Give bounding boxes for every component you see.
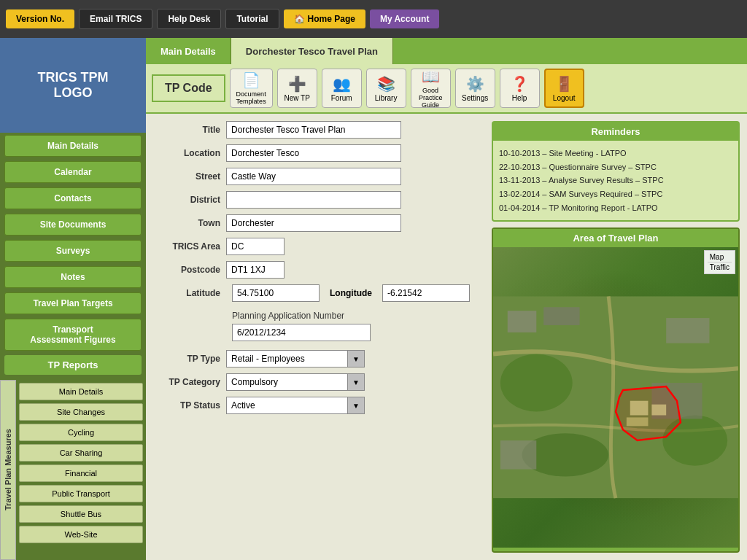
travel-plan-measures-label: Travel Plan Measures [0, 380, 16, 560]
tab-main-details[interactable]: Main Details [146, 38, 231, 64]
tp-category-label: TP Category [153, 377, 226, 387]
library-icon: 📚 [377, 75, 395, 93]
map-overlay [493, 247, 738, 548]
map-image: MapTraffic [493, 247, 738, 548]
toolbar: TP Code 📄 Document Templates ➕ New TP 👥 … [146, 64, 747, 114]
tp-type-wrapper: Retail - Employees ▼ [226, 350, 365, 368]
latitude-input[interactable] [232, 284, 320, 302]
helpdesk-button[interactable]: Help Desk [157, 9, 221, 29]
map-body: MapTraffic [493, 247, 738, 548]
help-button[interactable]: ❓ Help [500, 69, 540, 108]
location-label: Location [153, 148, 226, 158]
tp-category-select[interactable]: Compulsory [226, 373, 365, 391]
svg-rect-8 [500, 441, 536, 470]
measure-btn[interactable]: Public Transport [19, 485, 143, 502]
longitude-input[interactable] [382, 284, 470, 302]
document-icon: 📄 [242, 71, 260, 89]
myaccount-button[interactable]: My Account [370, 9, 440, 28]
top-bar: Version No. Email TRICS Help Desk Tutori… [0, 0, 747, 38]
tp-status-select[interactable]: Active [226, 397, 365, 414]
logout-button[interactable]: 🚪 Logout [544, 69, 584, 108]
sidebar-travel-plan-targets[interactable]: Travel Plan Targets [4, 292, 142, 314]
sidebar-calendar[interactable]: Calendar [4, 161, 142, 183]
town-input[interactable] [226, 214, 401, 232]
planning-label: Planning Application Number [232, 311, 484, 321]
content-area: Main Details Dorchester Tesco Travel Pla… [146, 38, 747, 560]
measure-btn[interactable]: Cycling [19, 424, 143, 441]
measure-btn[interactable]: Shuttle Bus [19, 505, 143, 523]
measure-btn[interactable]: Financial [19, 464, 143, 482]
forum-button[interactable]: 👥 Forum [322, 69, 362, 108]
new-tp-button[interactable]: ➕ New TP [277, 69, 317, 108]
town-label: Town [153, 218, 226, 228]
good-practice-guide-button[interactable]: 📖 Good Practice Guide [411, 69, 451, 108]
latitude-label: Latitude [153, 288, 226, 298]
tp-status-label: TP Status [153, 400, 226, 411]
tp-type-select[interactable]: Retail - Employees [226, 350, 365, 368]
measure-btn[interactable]: Site Changes [19, 403, 143, 421]
measure-btn[interactable]: Car Sharing [19, 444, 143, 462]
new-tp-icon: ➕ [288, 75, 306, 93]
planning-input[interactable] [232, 324, 371, 341]
left-form: Title Location Street District Town [153, 121, 484, 553]
latlong-row: Latitude Longitude [153, 284, 484, 302]
sidebar: TRICS TPMLOGO Main Details Calendar Cont… [0, 38, 146, 560]
sidebar-contacts[interactable]: Contacts [4, 187, 142, 209]
svg-rect-10 [630, 401, 649, 416]
postcode-input[interactable] [226, 261, 285, 279]
tp-type-label: TP Type [153, 354, 226, 364]
measure-btn[interactable]: Web-Site [19, 526, 143, 543]
sidebar-main-details[interactable]: Main Details [4, 135, 142, 157]
library-button[interactable]: 📚 Library [366, 69, 406, 108]
sidebar-notes[interactable]: Notes [4, 266, 142, 288]
street-input[interactable] [226, 168, 401, 185]
sidebar-tp-reports[interactable]: TP Reports [4, 355, 142, 375]
tp-code-label: TP Code [152, 74, 225, 102]
logout-icon: 🚪 [555, 75, 573, 93]
traffic-btn[interactable]: Traffic [708, 262, 732, 272]
svg-point-1 [500, 354, 573, 412]
logo: TRICS TPMLOGO [0, 38, 146, 133]
district-label: District [153, 195, 226, 205]
svg-rect-11 [651, 405, 666, 416]
tp-type-row: TP Type Retail - Employees ▼ [153, 350, 484, 368]
district-row: District [153, 191, 484, 209]
title-input[interactable] [226, 121, 401, 139]
right-panel: Reminders 10-10-2013 – Site Meeting - LA… [492, 121, 740, 553]
tp-status-wrapper: Active ▼ [226, 397, 365, 414]
reminder-item: 10-10-2013 – Site Meeting - LATPO [499, 147, 732, 160]
map-btn[interactable]: Map [708, 252, 732, 262]
homepage-button[interactable]: 🏠 Home Page [284, 9, 365, 28]
district-input[interactable] [226, 191, 401, 209]
settings-button[interactable]: ⚙️ Settings [455, 69, 495, 108]
home-icon: 🏠 [294, 14, 305, 24]
town-row: Town [153, 214, 484, 232]
sidebar-site-documents[interactable]: Site Documents [4, 214, 142, 236]
form-area: Title Location Street District Town [146, 114, 747, 560]
reminders-header: Reminders [493, 122, 738, 141]
tp-category-row: TP Category Compulsory ▼ [153, 373, 484, 391]
trics-area-row: TRICS Area [153, 238, 484, 255]
longitude-label: Longitude [325, 288, 376, 298]
location-input[interactable] [226, 144, 401, 162]
email-trics-button[interactable]: Email TRICS [79, 9, 152, 29]
tutorial-button[interactable]: Tutorial [225, 9, 279, 29]
trics-area-input[interactable] [226, 238, 285, 255]
street-label: Street [153, 171, 226, 182]
reminder-item: 22-10-2013 – Questionnaire Survey – STPC [499, 160, 732, 174]
tab-active[interactable]: Dorchester Tesco Travel Plan [231, 38, 393, 64]
measure-btn[interactable]: Main Details [19, 383, 143, 400]
postcode-row: Postcode [153, 261, 484, 279]
version-button[interactable]: Version No. [6, 9, 74, 28]
sidebar-transport-assessment[interactable]: Transport Assessment Figures [4, 319, 142, 351]
tab-bar: Main Details Dorchester Tesco Travel Pla… [146, 38, 747, 64]
tp-measures-items: Main DetailsSite ChangesCyclingCar Shari… [16, 380, 146, 560]
document-templates-button[interactable]: 📄 Document Templates [230, 69, 273, 108]
help-icon: ❓ [511, 75, 529, 93]
svg-rect-5 [543, 308, 579, 326]
svg-rect-12 [627, 418, 649, 427]
map-panel: Area of Travel Plan [492, 228, 740, 553]
forum-icon: 👥 [333, 75, 351, 93]
reminders-body: 10-10-2013 – Site Meeting - LATPO22-10-2… [493, 141, 738, 220]
sidebar-surveys[interactable]: Surveys [4, 240, 142, 262]
